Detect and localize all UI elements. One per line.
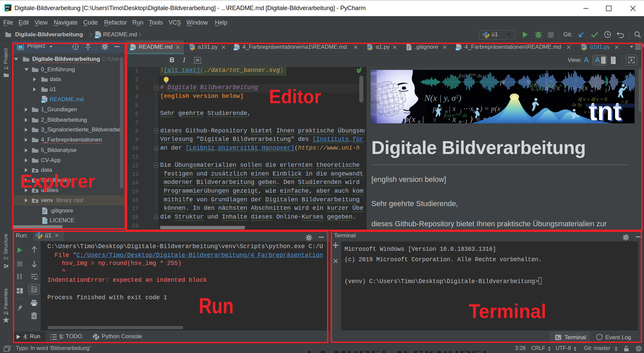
- svg-text:MD: MD: [95, 36, 99, 39]
